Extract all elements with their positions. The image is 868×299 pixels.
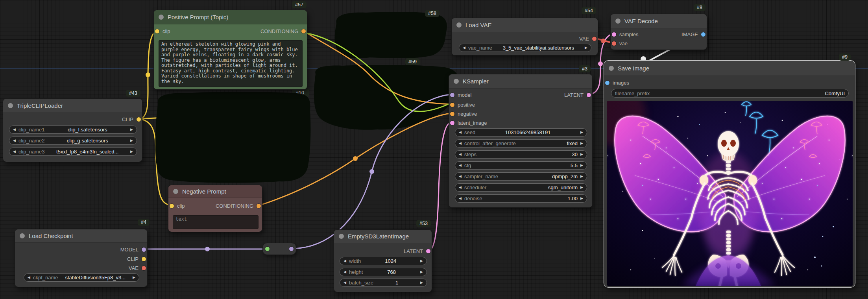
positive-prompt-textarea[interactable]: An ethereal skeleton with glowing pink a… [159, 40, 303, 87]
arrow-right-icon[interactable]: ▶ [130, 150, 133, 153]
input-slot-images[interactable]: images [605, 79, 629, 86]
wire-dot[interactable] [598, 61, 603, 66]
slot-dot[interactable] [701, 32, 705, 37]
input-slot-vae[interactable]: vae [612, 40, 628, 47]
arrow-left-icon[interactable]: ◀ [344, 281, 346, 284]
widget-filename-prefix[interactable]: filename_prefix ComfyUI [611, 89, 849, 98]
widget-control-after-generate[interactable]: ◀ control_after_generate fixed ▶ [455, 139, 587, 148]
output-slot-conditioning[interactable]: CONDITIONING [216, 203, 261, 209]
node-positive-prompt[interactable]: Positive Prompt (Topic) clip CONDITIONIN… [153, 10, 307, 90]
output-slot-conditioning[interactable]: CONDITIONING [260, 28, 306, 35]
output-slot-vae[interactable]: VAE [579, 35, 597, 42]
input-slot-clip[interactable]: clip [170, 203, 185, 209]
slot-dot[interactable] [587, 93, 591, 97]
arrow-right-icon[interactable]: ▶ [420, 259, 423, 263]
node-save-image[interactable]: Save Image images filename_prefix ComfyU… [604, 60, 855, 288]
arrow-right-icon[interactable]: ▶ [580, 186, 583, 189]
arrow-right-icon[interactable]: ▶ [580, 131, 583, 134]
node-header[interactable]: Negative Prompt [168, 185, 262, 198]
node-header[interactable]: Positive Prompt (Topic) [154, 10, 307, 24]
widget-clip-name1[interactable]: ◀ clip_name1 clip_l.safetensors ▶ [9, 126, 137, 134]
slot-dot[interactable] [605, 81, 609, 85]
wire-dot[interactable] [146, 72, 150, 77]
slot-dot[interactable] [142, 247, 146, 252]
reroute-output-dot[interactable] [289, 247, 294, 251]
arrow-right-icon[interactable]: ▶ [130, 139, 133, 142]
slot-dot[interactable] [142, 257, 146, 261]
collapse-dot-icon[interactable] [339, 234, 344, 239]
slot-dot[interactable] [612, 32, 616, 37]
collapse-dot-icon[interactable] [173, 189, 178, 194]
slot-dot[interactable] [450, 103, 454, 107]
arrow-left-icon[interactable]: ◀ [13, 139, 16, 142]
widget-seed[interactable]: ◀ seed 1031066249858191 ▶ [455, 128, 587, 137]
widget-height[interactable]: ◀ height 768 ▶ [340, 268, 427, 276]
widget-denoise[interactable]: ◀ denoise 1.00 ▶ [455, 194, 587, 203]
arrow-right-icon[interactable]: ▶ [580, 197, 583, 200]
node-header[interactable]: Save Image [604, 61, 855, 76]
widget-sampler-name[interactable]: ◀ sampler_name dpmpp_2m ▶ [455, 172, 587, 181]
node-header[interactable]: TripleCLIPLoader [3, 99, 142, 113]
widget-clip-name2[interactable]: ◀ clip_name2 clip_g.safetensors ▶ [9, 137, 137, 145]
negative-prompt-textarea[interactable] [173, 215, 259, 229]
arrow-right-icon[interactable]: ▶ [420, 270, 423, 274]
slot-dot[interactable] [612, 41, 616, 46]
node-empty-sd3-latent-image[interactable]: EmptySD3LatentImage LATENT ◀ width 1024 … [334, 229, 432, 292]
widget-clip-name3[interactable]: ◀ clip_name3 t5xxl_fp8_e4m3fn_scaled... … [9, 148, 137, 156]
collapse-dot-icon[interactable] [454, 79, 459, 84]
collapse-dot-icon[interactable] [159, 15, 164, 20]
arrow-left-icon[interactable]: ◀ [459, 142, 462, 145]
arrow-right-icon[interactable]: ▶ [130, 128, 133, 131]
arrow-left-icon[interactable]: ◀ [13, 128, 16, 131]
node-graph-canvas[interactable]: #10 Positive Prompt (Topic) clip CONDITI… [0, 0, 868, 299]
arrow-left-icon[interactable]: ◀ [459, 175, 462, 178]
collapse-dot-icon[interactable] [615, 18, 621, 24]
arrow-left-icon[interactable]: ◀ [344, 270, 346, 274]
arrow-left-icon[interactable]: ◀ [459, 186, 462, 189]
arrow-left-icon[interactable]: ◀ [459, 164, 462, 167]
arrow-right-icon[interactable]: ▶ [585, 46, 587, 50]
output-slot-clip[interactable]: CLIP [122, 116, 141, 123]
slot-dot[interactable] [450, 93, 454, 97]
widget-cfg[interactable]: ◀ cfg 5.5 ▶ [455, 161, 587, 170]
slot-dot[interactable] [155, 29, 159, 33]
slot-dot[interactable] [137, 117, 141, 122]
arrow-left-icon[interactable]: ◀ [13, 150, 16, 153]
node-header[interactable]: VAE Decode [611, 14, 707, 28]
input-slot-model[interactable]: model [450, 92, 471, 98]
input-slot-positive[interactable]: positive [450, 102, 475, 108]
reroute-input-dot[interactable] [265, 247, 270, 251]
collapse-dot-icon[interactable] [456, 22, 462, 28]
arrow-left-icon[interactable]: ◀ [28, 276, 30, 279]
node-negative-prompt[interactable]: Negative Prompt clip CONDITIONING [168, 185, 262, 232]
widget-steps[interactable]: ◀ steps 30 ▶ [455, 150, 587, 159]
slot-dot[interactable] [170, 204, 174, 208]
collapse-dot-icon[interactable] [8, 103, 13, 108]
arrow-right-icon[interactable]: ▶ [420, 281, 423, 284]
arrow-right-icon[interactable]: ▶ [133, 276, 135, 279]
collapse-dot-icon[interactable] [609, 66, 614, 71]
node-header[interactable]: Load VAE [452, 18, 598, 32]
slot-dot[interactable] [592, 37, 597, 41]
wire-dot[interactable] [353, 156, 358, 161]
arrow-right-icon[interactable]: ▶ [580, 175, 583, 178]
arrow-right-icon[interactable]: ▶ [580, 153, 583, 156]
node-load-checkpoint[interactable]: Load Checkpoint MODEL CLIP VAE ◀ ckpt_na… [15, 229, 148, 287]
slot-dot[interactable] [142, 266, 146, 270]
wire-dot[interactable] [369, 169, 374, 174]
wire-dot[interactable] [205, 247, 210, 251]
node-vae-decode[interactable]: VAE Decode samples vae IMAGE [610, 14, 707, 50]
reroute-node[interactable] [262, 243, 296, 255]
widget-vae-name[interactable]: ◀ vae_name 3_5_vae_stabilityai.safetenso… [459, 44, 591, 52]
arrow-right-icon[interactable]: ▶ [580, 142, 583, 145]
arrow-left-icon[interactable]: ◀ [344, 259, 346, 263]
output-slot-latent[interactable]: LATENT [404, 248, 430, 255]
arrow-left-icon[interactable]: ◀ [459, 153, 462, 156]
node-load-vae[interactable]: Load VAE VAE ◀ vae_name 3_5_vae_stabilit… [451, 18, 598, 55]
widget-ckpt-name[interactable]: ◀ ckpt_name stableDiffusion35Fp8_v3... ▶ [24, 273, 139, 282]
widget-batch-size[interactable]: ◀ batch_size 1 ▶ [340, 279, 427, 287]
input-slot-negative[interactable]: negative [450, 111, 477, 117]
input-slot-samples[interactable]: samples [612, 31, 638, 38]
output-slot-image[interactable]: IMAGE [681, 31, 705, 38]
node-ksampler[interactable]: KSampler model positive negative latent_… [449, 74, 593, 208]
